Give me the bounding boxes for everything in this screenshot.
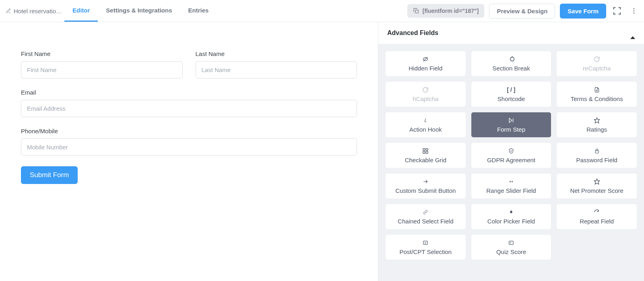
range-icon bbox=[508, 178, 515, 185]
svg-rect-20 bbox=[509, 241, 514, 244]
field-label: hCaptcha bbox=[413, 95, 438, 102]
field-label: Checkable Grid bbox=[405, 157, 446, 163]
lock-icon bbox=[594, 148, 600, 154]
fields-sidebar: Advanced Fields Hidden Field Section Bre… bbox=[378, 22, 644, 281]
svg-rect-19 bbox=[423, 241, 428, 244]
submit-button[interactable]: Submit Form bbox=[21, 166, 78, 184]
first-name-input[interactable] bbox=[21, 61, 183, 79]
chevron-up-icon bbox=[630, 29, 635, 37]
last-name-field[interactable]: Last Name bbox=[196, 50, 357, 79]
field-label: Ratings bbox=[586, 126, 607, 133]
form-name-display[interactable]: Hotel reservatio… bbox=[0, 8, 64, 14]
save-form-button[interactable]: Save Form bbox=[560, 4, 606, 19]
field-label: Post/CPT Selection bbox=[399, 248, 452, 255]
advanced-fields-header[interactable]: Advanced Fields bbox=[378, 22, 644, 44]
recaptcha-icon bbox=[594, 56, 600, 62]
select-icon bbox=[422, 240, 429, 246]
repeat-icon bbox=[594, 209, 600, 215]
field-custom-submit[interactable]: Custom Submit Button bbox=[386, 174, 466, 198]
svg-marker-9 bbox=[594, 118, 599, 123]
field-label: Hidden Field bbox=[409, 65, 442, 72]
topbar-left: Hotel reservatio… Editor Settings & Inte… bbox=[0, 0, 217, 22]
hook-icon bbox=[423, 117, 428, 124]
field-gdpr[interactable]: GDPR Agreement bbox=[471, 143, 551, 168]
svg-marker-17 bbox=[512, 180, 513, 182]
svg-point-2 bbox=[634, 10, 635, 12]
email-label: Email bbox=[21, 89, 357, 96]
last-name-input[interactable] bbox=[196, 61, 357, 79]
field-label: Terms & Conditions bbox=[571, 95, 623, 102]
field-label: Custom Submit Button bbox=[395, 187, 456, 194]
field-quiz[interactable]: Quiz Score bbox=[471, 235, 551, 260]
topbar-right: [fluentform id="187"] Preview & Design S… bbox=[407, 4, 640, 19]
first-name-field[interactable]: First Name bbox=[21, 50, 183, 79]
fields-panel-body: Hidden Field Section Break reCaptcha bbox=[378, 44, 644, 281]
shortcode-text: [fluentform id="187"] bbox=[423, 8, 479, 14]
first-name-label: First Name bbox=[21, 50, 183, 57]
field-label: Repeat Field bbox=[580, 218, 614, 225]
more-menu-button[interactable] bbox=[628, 5, 640, 17]
field-label: reCaptcha bbox=[583, 65, 611, 72]
field-hidden[interactable]: Hidden Field bbox=[386, 51, 466, 76]
email-field[interactable]: Email bbox=[21, 89, 357, 117]
field-label: Chained Select Field bbox=[398, 218, 453, 225]
field-terms[interactable]: Terms & Conditions bbox=[557, 82, 637, 107]
tab-settings[interactable]: Settings & Integrations bbox=[98, 0, 180, 22]
svg-rect-12 bbox=[423, 151, 425, 153]
svg-point-21 bbox=[510, 242, 511, 243]
svg-point-3 bbox=[634, 12, 635, 14]
fullscreen-icon[interactable] bbox=[611, 5, 623, 17]
field-label: GDPR Agreement bbox=[487, 157, 535, 163]
star-icon bbox=[594, 117, 600, 124]
shortcode-box[interactable]: [fluentform id="187"] bbox=[407, 4, 485, 18]
star-icon bbox=[594, 178, 600, 185]
field-checkable-grid[interactable]: Checkable Grid bbox=[386, 143, 466, 168]
phone-field[interactable]: Phone/Mobile bbox=[21, 128, 357, 156]
field-section-break[interactable]: Section Break bbox=[471, 51, 551, 76]
pencil-icon bbox=[6, 8, 11, 14]
field-label: Form Step bbox=[497, 126, 525, 133]
form-canvas: First Name Last Name Email Phone/Mobile … bbox=[0, 22, 378, 281]
field-nps[interactable]: Net Promoter Score bbox=[557, 174, 637, 198]
panel-title: Advanced Fields bbox=[387, 29, 438, 37]
field-action-hook[interactable]: Action Hook bbox=[386, 112, 466, 137]
card-icon bbox=[508, 240, 514, 246]
svg-rect-10 bbox=[423, 149, 425, 151]
svg-rect-0 bbox=[415, 10, 418, 13]
topbar: Hotel reservatio… Editor Settings & Inte… bbox=[0, 0, 644, 22]
field-recaptcha[interactable]: reCaptcha bbox=[557, 51, 637, 76]
field-color-picker[interactable]: Color Picker Field bbox=[471, 204, 551, 229]
field-post-cpt[interactable]: Post/CPT Selection bbox=[386, 235, 466, 260]
arrow-right-icon bbox=[422, 178, 429, 185]
field-chained-select[interactable]: Chained Select Field bbox=[386, 204, 466, 229]
droplet-icon bbox=[509, 209, 514, 215]
tab-entries[interactable]: Entries bbox=[180, 0, 217, 22]
svg-rect-13 bbox=[426, 151, 428, 153]
grid-icon bbox=[422, 148, 429, 154]
eye-off-icon bbox=[422, 56, 429, 62]
shield-icon bbox=[508, 148, 514, 154]
preview-design-button[interactable]: Preview & Design bbox=[489, 4, 555, 19]
last-name-label: Last Name bbox=[196, 50, 357, 57]
field-form-step[interactable]: Form Step bbox=[471, 112, 551, 137]
field-hcaptcha[interactable]: hCaptcha bbox=[386, 82, 466, 107]
svg-rect-11 bbox=[426, 149, 428, 151]
svg-marker-18 bbox=[594, 179, 599, 184]
email-input[interactable] bbox=[21, 100, 357, 117]
field-repeat[interactable]: Repeat Field bbox=[557, 204, 637, 229]
field-shortcode[interactable]: [ / ] Shortcode bbox=[471, 82, 551, 107]
field-label: Net Promoter Score bbox=[570, 187, 623, 194]
shortcode-icon: [ / ] bbox=[507, 87, 515, 93]
field-label: Password Field bbox=[576, 157, 617, 163]
field-label: Shortcode bbox=[497, 95, 525, 102]
field-password[interactable]: Password Field bbox=[557, 143, 637, 168]
fields-grid: Hidden Field Section Break reCaptcha bbox=[386, 51, 637, 260]
field-range-slider[interactable]: Range Slider Field bbox=[471, 174, 551, 198]
field-label: Section Break bbox=[492, 65, 530, 72]
tab-editor[interactable]: Editor bbox=[64, 0, 98, 22]
form-name-text: Hotel reservatio… bbox=[14, 8, 62, 14]
phone-input[interactable] bbox=[21, 138, 357, 156]
field-ratings[interactable]: Ratings bbox=[557, 112, 637, 137]
field-label: Color Picker Field bbox=[487, 218, 535, 225]
link-icon bbox=[422, 209, 429, 215]
